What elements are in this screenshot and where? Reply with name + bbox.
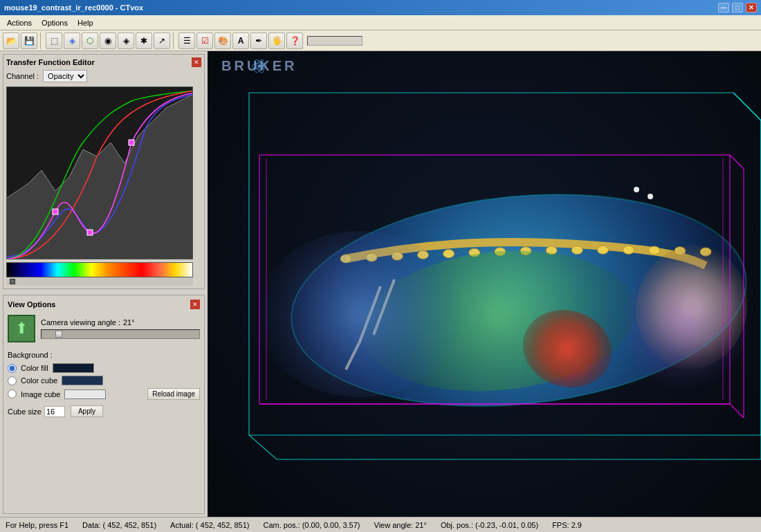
- bg-image-cube-label: Image cube: [21, 390, 60, 398]
- title-bar: mouse19_contrast_ir_rec0000 - CTvox — □ …: [0, 0, 761, 15]
- camera-icon: ⬆: [8, 315, 35, 342]
- bg-radio-image-cube[interactable]: [8, 389, 17, 398]
- bg-option-image-cube: Image cube Reload image: [8, 388, 200, 400]
- toolbar-btn6[interactable]: ◉: [100, 33, 116, 49]
- status-bar: For Help, press F1 Data: ( 452, 452, 851…: [0, 517, 761, 532]
- color-bar: [6, 262, 193, 277]
- bg-color-cube-label: Color cube: [21, 376, 57, 385]
- minimize-button[interactable]: —: [718, 3, 729, 12]
- title-bar-buttons: — □ ✕: [718, 3, 757, 12]
- close-button[interactable]: ✕: [746, 3, 757, 12]
- status-fps: FPS: 2.9: [552, 521, 582, 529]
- toolbar-btn14[interactable]: ✒: [250, 33, 267, 49]
- status-actual: Actual: ( 452, 452, 851): [170, 521, 249, 529]
- status-help: For Help, press F1: [6, 521, 68, 529]
- left-panel: Transfer Function Editor ✕ Channel : Opa…: [0, 51, 208, 517]
- toolbar-btn3[interactable]: ⬚: [46, 33, 62, 49]
- toolbar-btn9[interactable]: ↗: [154, 33, 170, 49]
- cube-size-row: Cube size 16 Apply: [8, 405, 200, 417]
- background-section: Background : Color fill Color cube Image…: [8, 351, 200, 417]
- toolbar-btn12[interactable]: 🎨: [214, 33, 231, 49]
- camera-angle-row: Camera viewing angle : 21°: [41, 318, 200, 327]
- background-label: Background :: [8, 351, 200, 359]
- channel-label: Channel :: [6, 72, 39, 80]
- channel-select[interactable]: Opacity Red Green Blue: [43, 70, 87, 82]
- menu-options[interactable]: Options: [37, 17, 72, 28]
- toolbar-btn15[interactable]: 🖐: [268, 33, 285, 49]
- channel-row: Channel : Opacity Red Green Blue: [6, 70, 201, 82]
- tf-close-button[interactable]: ✕: [192, 57, 201, 67]
- toolbar-sep2: [173, 33, 176, 49]
- tf-graph[interactable]: [6, 86, 193, 259]
- bg-radio-color-fill[interactable]: [8, 364, 17, 373]
- reload-image-button[interactable]: Reload image: [147, 388, 200, 400]
- bg-image-cube-swatch[interactable]: [64, 389, 106, 399]
- camera-angle-label: Camera viewing angle :: [41, 318, 120, 327]
- menu-bar: Actions Options Help: [0, 15, 761, 30]
- svg-point-0: [257, 64, 261, 68]
- bg-color-cube-swatch[interactable]: [62, 376, 103, 385]
- bg-color-fill-swatch[interactable]: [53, 363, 94, 373]
- toolbar-open-btn[interactable]: 📂: [3, 33, 19, 49]
- status-data: Data: ( 452, 452, 851): [82, 521, 156, 529]
- bruker-atom-icon: [221, 58, 297, 74]
- menu-actions[interactable]: Actions: [3, 17, 36, 28]
- toolbar-btn11[interactable]: ☑: [196, 33, 213, 49]
- angle-slider-thumb[interactable]: [55, 331, 62, 338]
- camera-section: ⬆ Camera viewing angle : 21°: [8, 315, 200, 342]
- toolbar-btn10[interactable]: ☰: [178, 33, 195, 49]
- camera-angle-value: 21°: [123, 318, 135, 327]
- bg-color-fill-label: Color fill: [21, 364, 48, 372]
- cube-size-label: Cube size: [8, 407, 42, 416]
- bruker-logo-area: BRUKER: [221, 58, 297, 74]
- apply-button[interactable]: Apply: [71, 405, 103, 417]
- 3d-viewport[interactable]: BRUKER x y z: [208, 51, 761, 517]
- status-view-angle: View angle: 21°: [374, 521, 427, 529]
- bg-radio-color-cube[interactable]: [8, 376, 17, 385]
- toolbar: 📂 💾 ⬚ ◈ ⬡ ◉ ◈ ✱ ↗ ☰ ☑ 🎨 A ✒ 🖐 ❓: [0, 30, 761, 51]
- toolbar-btn16[interactable]: ❓: [286, 33, 303, 49]
- maximize-button[interactable]: □: [732, 3, 743, 12]
- tf-editor-header: Transfer Function Editor ✕: [6, 57, 201, 67]
- color-bar-slider[interactable]: [6, 277, 193, 286]
- toolbar-save-btn[interactable]: 💾: [21, 33, 37, 49]
- view-options-close-button[interactable]: ✕: [190, 300, 200, 309]
- tf-editor-title: Transfer Function Editor: [6, 58, 95, 66]
- toolbar-btn13[interactable]: A: [232, 33, 249, 49]
- toolbar-btn4[interactable]: ◈: [64, 33, 80, 49]
- toolbar-sep1: [40, 33, 43, 49]
- title-text: mouse19_contrast_ir_rec0000 - CTvox: [4, 3, 143, 12]
- angle-slider[interactable]: [41, 329, 200, 339]
- cube-size-input[interactable]: 16: [44, 406, 65, 417]
- bg-option-color-fill: Color fill: [8, 363, 200, 373]
- toolbar-btn7[interactable]: ◈: [118, 33, 134, 49]
- camera-info: Camera viewing angle : 21°: [41, 318, 200, 339]
- toolbar-btn8[interactable]: ✱: [136, 33, 152, 49]
- transfer-function-editor: Transfer Function Editor ✕ Channel : Opa…: [3, 54, 205, 289]
- status-cam-pos: Cam. pos.: (0.00, 0.00, 3.57): [263, 521, 360, 529]
- bg-option-color-cube: Color cube: [8, 376, 200, 385]
- toolbar-scrollbar[interactable]: [307, 36, 363, 46]
- view-options-panel: View Options ✕ ⬆ Camera viewing angle : …: [3, 295, 205, 514]
- view-options-header: View Options ✕: [8, 300, 200, 309]
- status-obj-pos: Obj. pos.: (-0.23, -0.01, 0.05): [441, 521, 538, 529]
- color-bar-thumb[interactable]: [10, 279, 15, 284]
- main-layout: Transfer Function Editor ✕ Channel : Opa…: [0, 51, 761, 517]
- view-options-title: View Options: [8, 300, 55, 309]
- toolbar-btn5[interactable]: ⬡: [82, 33, 98, 49]
- menu-help[interactable]: Help: [73, 17, 98, 28]
